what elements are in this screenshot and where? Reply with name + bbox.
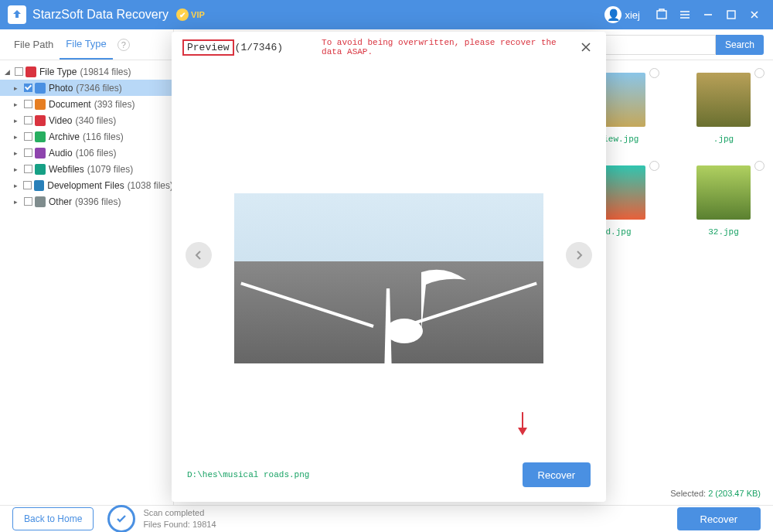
bottom-bar: Back to Home Scan completed Files Found:…: [0, 505, 773, 532]
user-account[interactable]: 👤 xiej: [604, 6, 640, 23]
preview-warning: To avoid being overwritten, please recov…: [322, 38, 576, 56]
music-note-icon: [383, 264, 475, 350]
tree-item[interactable]: ▸Document (393 files): [0, 96, 173, 112]
svg-rect-1: [727, 11, 735, 19]
vip-icon: ✔: [176, 9, 189, 21]
close-icon[interactable]: [576, 36, 595, 58]
recover-button[interactable]: Recover: [677, 507, 761, 530]
checkmark-icon: [107, 505, 135, 532]
select-ring[interactable]: [649, 68, 659, 78]
tree-item[interactable]: ▸Other (9396 files): [0, 193, 173, 210]
prev-button[interactable]: [186, 242, 212, 268]
tree-root[interactable]: ◢File Type(19814 files): [0, 63, 173, 80]
tab-file-path[interactable]: File Path: [8, 29, 60, 60]
arrow-annotation-icon: [515, 411, 530, 442]
tab-file-type[interactable]: File Type: [60, 29, 113, 60]
app-logo: [8, 5, 26, 24]
file-type-tree: ◢File Type(19814 files)▸Photo (7346 file…: [0, 60, 173, 505]
close-button[interactable]: [744, 4, 765, 26]
tree-item[interactable]: ▸Audio (106 files): [0, 145, 173, 161]
modal-recover-button[interactable]: Recover: [523, 462, 591, 487]
selection-status: Selected: 2 (203.47 KB): [670, 489, 761, 499]
sidebar: File Path File Type ? ◢File Type(19814 f…: [0, 29, 174, 505]
tree-item[interactable]: ▸Archive (116 files): [0, 128, 173, 145]
preview-image: [234, 193, 543, 363]
user-avatar-icon: 👤: [604, 6, 621, 23]
app-title: StarzSoft Data Recovery: [32, 8, 169, 22]
tree-item[interactable]: ▸Development Files (1038 files): [0, 177, 173, 193]
svg-point-2: [386, 319, 423, 343]
thumbnail-item[interactable]: 32.jpg: [686, 165, 761, 237]
preview-count: (1/7346): [235, 42, 283, 53]
thumbnail-name: .jpg: [686, 135, 761, 144]
select-ring[interactable]: [754, 68, 764, 78]
help-icon[interactable]: ?: [117, 39, 130, 51]
back-to-home-button[interactable]: Back to Home: [12, 507, 94, 530]
thumbnail-item[interactable]: .jpg: [686, 73, 761, 144]
minimize-button[interactable]: [697, 4, 719, 26]
search-button[interactable]: Search: [716, 35, 764, 55]
sidebar-tabs: File Path File Type ?: [0, 29, 173, 60]
thumbnail-name: 32.jpg: [686, 227, 761, 237]
preview-modal: Preview (1/7346) To avoid being overwrit…: [172, 32, 606, 502]
tree-item[interactable]: ▸Photo (7346 files): [0, 80, 173, 96]
vip-badge[interactable]: ✔ VIP: [176, 9, 205, 21]
cart-icon[interactable]: [651, 4, 673, 26]
preview-path: D:\hes\musical roads.png: [187, 470, 309, 479]
preview-title: Preview: [182, 39, 234, 56]
scan-status: Scan completed Files Found: 19814: [107, 505, 216, 532]
menu-icon[interactable]: [674, 4, 696, 26]
maximize-button[interactable]: [720, 4, 742, 26]
title-bar: StarzSoft Data Recovery ✔ VIP 👤 xiej: [0, 0, 773, 29]
tree-item[interactable]: ▸Video (340 files): [0, 112, 173, 128]
svg-rect-0: [657, 11, 666, 19]
next-button[interactable]: [566, 242, 592, 268]
tree-item[interactable]: ▸Webfiles (1079 files): [0, 161, 173, 177]
select-ring[interactable]: [649, 161, 659, 171]
select-ring[interactable]: [754, 161, 764, 171]
